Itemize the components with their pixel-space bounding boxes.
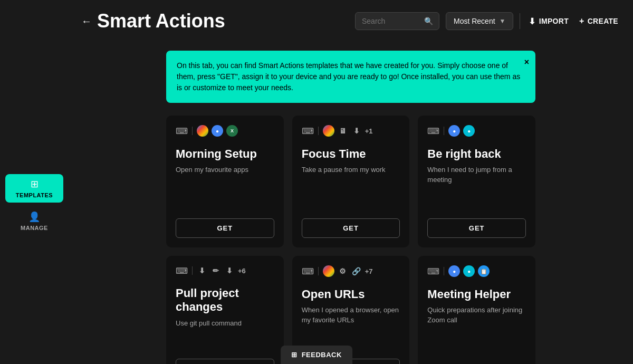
download-icon: ⬇ [197,265,207,276]
teal-circle-icon: ● [463,265,475,277]
feedback-icon: ⊞ [291,351,298,359]
icon-divider [192,266,193,275]
back-button[interactable]: ← [81,15,92,27]
card-pull-desc: Use git pull command [176,319,274,348]
card-meeting-desc: Quick preparations after joining Zoom ca… [427,305,526,364]
page-title: Smart Actions [97,10,225,32]
header-controls: 🔍 Most Recent ▼ ⬇ IMPORT + CREATE [355,12,620,30]
manage-icon: 👤 [28,211,40,223]
teal-circle-icon: ● [463,125,475,137]
card-brb-desc: When I need to jump from a meeting [427,165,526,208]
main-area: ← Smart Actions 🔍 Most Recent ▼ ⬇ IMPORT… [69,0,633,364]
extra-count: +1 [365,127,373,135]
feedback-label: FEEDBACK [302,351,342,359]
pencil-icon: ✏ [210,265,221,276]
chevron-down-icon: ▼ [500,17,506,25]
content-area: On this tab, you can find Smart Actions … [69,42,633,364]
header-divider [520,13,520,29]
search-icon: 🔍 [424,17,433,25]
gear-icon: ⚙ [338,266,348,276]
card-morning-title: Morning Setup [176,147,274,161]
keyboard-icon: ⌨ [176,266,188,276]
header-title-area: ← Smart Actions [81,10,347,32]
card-urls-desc: When I opened a browser, open my favorit… [302,305,400,348]
extra-count: +6 [238,267,246,275]
card-urls-title: Open URLs [302,288,400,301]
info-banner: On this tab, you can find Smart Actions … [166,51,535,103]
chrome-icon [197,125,208,137]
card-morning-desc: Open my favourite apps [176,165,274,208]
import-button[interactable]: ⬇ IMPORT [526,13,571,30]
sort-label: Most Recent [454,17,495,25]
card-brb-title: Be right back [427,147,526,161]
cards-grid: ⌨ ● X Morning Setup Open my favourite ap… [166,116,535,364]
card-icons-brb: ⌨ ● ● [427,125,526,137]
notepad-icon: 📋 [478,265,490,277]
sidebar: ⊞ TEMPLATES 👤 MANAGE [0,0,69,364]
card-meeting-helper: ⌨ ● ● 📋 Meeting Helper Quick preparation… [418,256,535,364]
card-icons-pull: ⌨ ⬇ ✏ ⬇ +6 [176,265,274,276]
keyboard-icon: ⌨ [427,266,439,276]
sidebar-templates-label: TEMPLATES [16,192,53,198]
icon-divider [444,127,444,135]
card-morning-setup: ⌨ ● X Morning Setup Open my favourite ap… [166,116,284,247]
sidebar-item-manage[interactable]: 👤 MANAGE [5,207,63,235]
get-button-brb[interactable]: GET [427,218,526,238]
header: ← Smart Actions 🔍 Most Recent ▼ ⬇ IMPORT… [69,0,633,42]
keyboard-icon: ⌨ [427,126,439,136]
icon-divider [192,127,193,135]
card-pull-title: Pull project changes [176,286,274,314]
keyboard-icon: ⌨ [302,266,314,276]
feedback-bar[interactable]: ⊞ FEEDBACK [281,346,352,364]
excel-icon: X [226,125,238,137]
banner-close-button[interactable]: × [524,56,529,69]
get-button-pull[interactable]: GET [176,359,274,364]
create-label: CREATE [588,17,618,25]
card-icons-meeting: ⌨ ● ● 📋 [427,265,526,277]
plus-icon: + [579,16,584,26]
card-icons-urls: ⌨ ⚙ 🔗 +7 [302,265,400,277]
link-icon: 🔗 [351,266,362,276]
card-pull-project: ⌨ ⬇ ✏ ⬇ +6 Pull project changes Use git … [166,256,284,364]
keyboard-icon: ⌨ [176,126,188,136]
sidebar-item-templates[interactable]: ⊞ TEMPLATES [5,174,63,203]
get-button-morning[interactable]: GET [176,218,274,238]
card-focus-time: ⌨ 🖥 ⬇ +1 Focus Time Take a pause from my… [292,116,410,247]
import-label: IMPORT [539,17,569,25]
blue-circle-icon: ● [448,265,460,277]
sidebar-manage-label: MANAGE [21,225,48,231]
card-be-right-back: ⌨ ● ● Be right back When I need to jump … [418,116,535,247]
card-icons-morning: ⌨ ● X [176,125,274,137]
search-input[interactable] [362,17,420,25]
download-icon-2: ⬇ [224,265,235,276]
chrome-icon [323,125,334,137]
banner-text: On this tab, you can find Smart Actions … [177,61,520,92]
create-button[interactable]: + CREATE [577,13,620,29]
card-focus-desc: Take a pause from my work [302,165,400,208]
card-meeting-title: Meeting Helper [427,288,526,301]
import-icon: ⬇ [529,16,535,26]
sort-dropdown[interactable]: Most Recent ▼ [446,12,513,30]
blue-circle-icon: ● [448,125,460,137]
search-box[interactable]: 🔍 [355,12,439,30]
icon-divider [318,127,319,135]
templates-icon: ⊞ [31,178,39,190]
extra-count: +7 [365,267,373,275]
keyboard-icon: ⌨ [302,126,314,136]
get-button-focus[interactable]: GET [302,218,400,238]
monitor-icon: 🖥 [338,126,348,136]
blue-circle-icon: ● [212,125,223,137]
icon-divider [318,267,319,275]
download-icon: ⬇ [351,126,362,136]
card-focus-title: Focus Time [302,147,400,161]
chrome-icon [323,265,334,277]
card-icons-focus: ⌨ 🖥 ⬇ +1 [302,125,400,137]
icon-divider [444,267,444,275]
